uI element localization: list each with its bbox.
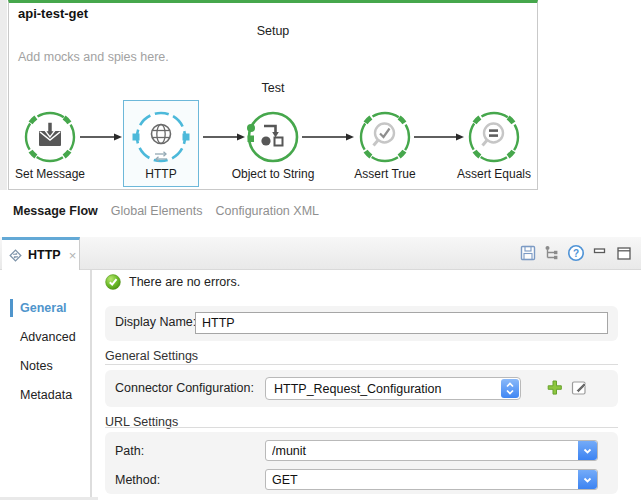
anypoint-studio-screen: api-test-get Setup Add mocks and spies h…: [0, 0, 641, 500]
flow-node-set-message[interactable]: Set Message: [5, 110, 95, 181]
add-configuration-icon[interactable]: [546, 379, 563, 396]
properties-tab-label: HTTP: [28, 248, 61, 262]
properties-panel-header: HTTP ×: [0, 237, 641, 270]
flow-tree-icon[interactable]: [543, 244, 561, 262]
panel-toolbar: ?: [519, 244, 633, 262]
test-section-label: Test: [8, 81, 538, 95]
sidebar-item-notes[interactable]: Notes: [0, 358, 90, 374]
flow-connector-arrow: [80, 131, 122, 143]
sidebar-item-general[interactable]: General: [0, 300, 90, 316]
flow-node-assert-true[interactable]: Assert True: [340, 110, 430, 181]
node-label: HTTP: [124, 167, 198, 181]
magnifier-equals-icon: [464, 110, 524, 166]
tab-message-flow[interactable]: Message Flow: [13, 204, 98, 218]
method-combo: [265, 469, 598, 490]
mule-connector-icon: [8, 248, 23, 263]
path-label: Path:: [115, 444, 144, 458]
minimize-icon[interactable]: [591, 244, 609, 262]
sidebar-item-advanced[interactable]: Advanced: [0, 329, 90, 345]
section-divider: [105, 364, 618, 365]
validation-status: There are no errors.: [105, 274, 240, 290]
edit-configuration-icon[interactable]: [571, 379, 588, 396]
node-label: Set Message: [5, 167, 95, 181]
sidebar-item-metadata[interactable]: Metadata: [0, 387, 90, 403]
status-ok-icon: [105, 274, 121, 290]
configuration-actions: [546, 379, 588, 396]
properties-sidebar: General Advanced Notes Metadata: [0, 270, 92, 500]
maximize-icon[interactable]: [615, 244, 633, 262]
general-settings-group: Connector Configuration: HTTP_Request_Co…: [105, 370, 618, 407]
node-label: Assert True: [340, 167, 430, 181]
node-label: Object to String: [228, 167, 318, 181]
properties-tab-http[interactable]: HTTP ×: [2, 237, 80, 270]
select-stepper-icon[interactable]: [501, 379, 519, 398]
svg-text:?: ?: [573, 248, 579, 259]
display-name-group: Display Name:: [105, 306, 618, 341]
mocks-hint-text: Add mocks and spies here.: [18, 50, 169, 64]
section-divider: [105, 427, 618, 428]
magnifier-check-icon: [355, 110, 415, 166]
connector-configuration-select[interactable]: HTTP_Request_Configuration: [265, 377, 521, 400]
path-dropdown-icon[interactable]: [578, 441, 597, 460]
editor-tab-bar: Message Flow Global Elements Configurati…: [13, 204, 319, 218]
method-input[interactable]: [266, 470, 577, 489]
connector-configuration-value: HTTP_Request_Configuration: [274, 382, 441, 396]
close-icon[interactable]: ×: [69, 249, 77, 262]
help-icon[interactable]: ?: [567, 244, 585, 262]
flow-node-http[interactable]: HTTP: [123, 100, 199, 187]
general-settings-title: General Settings: [105, 349, 198, 363]
node-label: Assert Equals: [449, 167, 539, 181]
properties-panel: HTTP ×: [0, 237, 641, 500]
tab-configuration-xml[interactable]: Configuration XML: [215, 204, 319, 218]
flow-title: api-test-get: [18, 6, 88, 21]
path-combo: [265, 440, 598, 461]
set-message-icon: [20, 110, 80, 166]
setup-section-label: Setup: [8, 24, 538, 38]
display-name-input[interactable]: [195, 312, 608, 334]
http-globe-icon: [131, 110, 191, 166]
save-icon[interactable]: [519, 244, 537, 262]
method-dropdown-icon[interactable]: [578, 470, 597, 489]
display-name-label: Display Name:: [115, 315, 196, 329]
url-settings-group: Path: Method:: [105, 432, 618, 494]
flow-node-assert-equals[interactable]: Assert Equals: [449, 110, 539, 181]
flow-node-object-to-string[interactable]: Object to String: [228, 110, 318, 181]
method-label: Method:: [115, 473, 160, 487]
status-message: There are no errors.: [129, 275, 240, 289]
tab-global-elements[interactable]: Global Elements: [111, 204, 203, 218]
transform-icon: [243, 110, 303, 166]
path-input[interactable]: [266, 441, 577, 460]
connector-configuration-label: Connector Configuration:: [115, 381, 254, 395]
